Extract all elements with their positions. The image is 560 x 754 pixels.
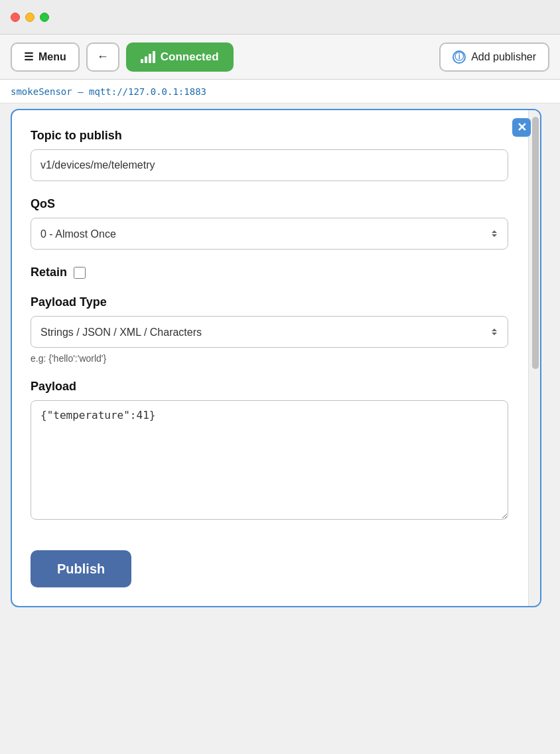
payload-textarea[interactable]: {"temperature":41} (31, 400, 508, 520)
menu-button[interactable]: ☰ Menu (11, 42, 80, 72)
payload-type-select[interactable]: Strings / JSON / XML / Characters Number… (31, 316, 508, 348)
publish-label: Publish (57, 562, 105, 576)
retain-checkbox[interactable] (74, 267, 86, 279)
breadcrumb-bar: smokeSensor – mqtt://127.0.0.1:1883 (0, 80, 560, 104)
back-icon: ← (97, 50, 109, 64)
connected-label: Connected (161, 50, 219, 64)
payload-label: Payload (31, 380, 508, 394)
menu-label: Menu (38, 51, 66, 63)
scrollbar[interactable] (528, 110, 540, 606)
close-icon: ✕ (517, 120, 527, 135)
topic-group: Topic to publish (31, 129, 508, 181)
titlebar (0, 0, 560, 35)
payload-type-hint: e.g: {'hello':'world'} (31, 353, 508, 364)
connected-button[interactable]: Connected (126, 42, 234, 72)
panel-inner: Topic to publish QoS 0 - Almost Once 1 -… (31, 129, 522, 587)
maximize-traffic-light[interactable] (40, 13, 49, 22)
qos-group: QoS 0 - Almost Once 1 - At Least Once 2 … (31, 197, 508, 250)
hamburger-icon: ☰ (24, 50, 33, 63)
close-traffic-light[interactable] (11, 13, 20, 22)
toolbar: ☰ Menu ← Connected ⓘ Add publisher (0, 35, 560, 80)
qos-select[interactable]: 0 - Almost Once 1 - At Least Once 2 - Ex… (31, 218, 508, 250)
payload-group: Payload {"temperature":41} (31, 380, 508, 522)
add-publisher-label: Add publisher (471, 51, 536, 63)
retain-label: Retain (31, 265, 67, 279)
breadcrumb: smokeSensor – mqtt://127.0.0.1:1883 (11, 86, 206, 97)
signal-icon (141, 51, 155, 63)
qos-label: QoS (31, 197, 508, 211)
main-content: ✕ Topic to publish QoS 0 - Almost Once 1… (0, 104, 560, 754)
back-button[interactable]: ← (86, 42, 119, 72)
topic-label: Topic to publish (31, 129, 508, 143)
payload-type-label: Payload Type (31, 295, 508, 309)
topic-input[interactable] (31, 149, 508, 181)
minimize-traffic-light[interactable] (25, 13, 35, 22)
traffic-lights (11, 13, 49, 22)
payload-type-group: Payload Type Strings / JSON / XML / Char… (31, 295, 508, 364)
retain-row: Retain (31, 265, 508, 279)
close-button[interactable]: ✕ (512, 118, 531, 137)
publish-button[interactable]: Publish (31, 550, 131, 587)
add-publisher-button[interactable]: ⓘ Add publisher (439, 42, 549, 72)
add-publisher-icon: ⓘ (453, 50, 466, 64)
scroll-thumb[interactable] (532, 117, 539, 369)
publish-panel: ✕ Topic to publish QoS 0 - Almost Once 1… (11, 109, 541, 607)
